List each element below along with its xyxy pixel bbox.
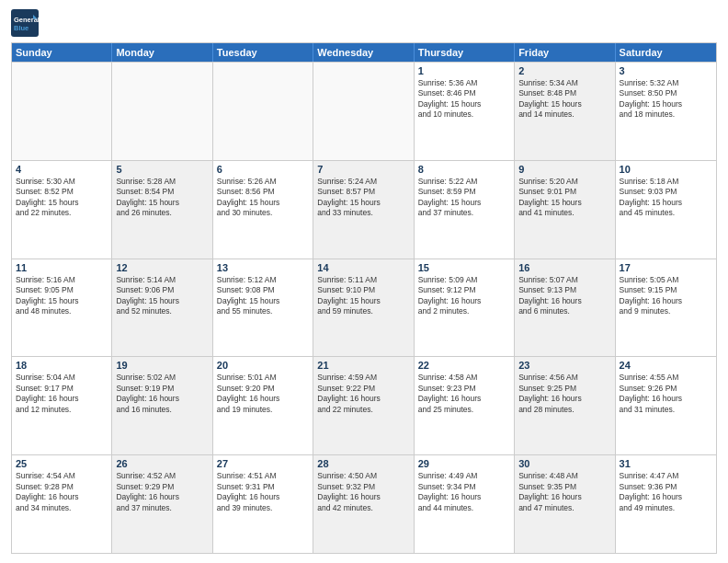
logo-icon: General Blue bbox=[11, 9, 39, 37]
day-info: Sunrise: 4:51 AM Sunset: 9:31 PM Dayligh… bbox=[217, 471, 309, 513]
day-info: Sunrise: 4:48 AM Sunset: 9:35 PM Dayligh… bbox=[518, 471, 610, 513]
day-cell: 18Sunrise: 5:04 AM Sunset: 9:17 PM Dayli… bbox=[12, 357, 112, 454]
day-cell: 21Sunrise: 4:59 AM Sunset: 9:22 PM Dayli… bbox=[313, 357, 414, 454]
day-cell bbox=[12, 63, 112, 160]
day-cell bbox=[112, 63, 212, 160]
day-number: 11 bbox=[16, 262, 108, 273]
day-cell: 5Sunrise: 5:28 AM Sunset: 8:54 PM Daylig… bbox=[112, 161, 212, 259]
day-info: Sunrise: 5:32 AM Sunset: 8:50 PM Dayligh… bbox=[620, 78, 712, 121]
day-info: Sunrise: 5:02 AM Sunset: 9:19 PM Dayligh… bbox=[116, 373, 208, 415]
day-cell: 20Sunrise: 5:01 AM Sunset: 9:20 PM Dayli… bbox=[213, 357, 313, 454]
day-number: 8 bbox=[418, 164, 510, 175]
day-info: Sunrise: 5:11 AM Sunset: 9:10 PM Dayligh… bbox=[317, 275, 409, 317]
day-cell: 28Sunrise: 4:50 AM Sunset: 9:32 PM Dayli… bbox=[313, 455, 414, 553]
day-cell: 29Sunrise: 4:49 AM Sunset: 9:34 PM Dayli… bbox=[415, 455, 515, 553]
day-cell: 2Sunrise: 5:34 AM Sunset: 8:48 PM Daylig… bbox=[515, 63, 615, 160]
day-info: Sunrise: 4:58 AM Sunset: 9:23 PM Dayligh… bbox=[418, 373, 510, 415]
day-number: 20 bbox=[217, 360, 309, 371]
day-number: 28 bbox=[317, 458, 409, 469]
week-row-3: 11Sunrise: 5:16 AM Sunset: 9:05 PM Dayli… bbox=[12, 259, 716, 357]
day-number: 2 bbox=[518, 65, 610, 76]
day-header-friday: Friday bbox=[515, 43, 615, 62]
day-info: Sunrise: 5:14 AM Sunset: 9:06 PM Dayligh… bbox=[116, 275, 208, 317]
day-cell: 12Sunrise: 5:14 AM Sunset: 9:06 PM Dayli… bbox=[112, 259, 212, 357]
day-number: 5 bbox=[116, 164, 208, 175]
day-info: Sunrise: 5:34 AM Sunset: 8:48 PM Dayligh… bbox=[518, 78, 610, 121]
day-number: 19 bbox=[116, 360, 208, 371]
day-cell: 7Sunrise: 5:24 AM Sunset: 8:57 PM Daylig… bbox=[313, 161, 414, 259]
day-info: Sunrise: 5:18 AM Sunset: 9:03 PM Dayligh… bbox=[620, 177, 712, 219]
week-row-5: 25Sunrise: 4:54 AM Sunset: 9:28 PM Dayli… bbox=[12, 454, 716, 553]
page-header: General Blue bbox=[11, 9, 717, 37]
day-cell: 27Sunrise: 4:51 AM Sunset: 9:31 PM Dayli… bbox=[213, 455, 313, 553]
day-cell: 25Sunrise: 4:54 AM Sunset: 9:28 PM Dayli… bbox=[12, 455, 112, 553]
day-number: 16 bbox=[518, 262, 610, 273]
day-number: 30 bbox=[518, 458, 610, 469]
calendar: SundayMondayTuesdayWednesdayThursdayFrid… bbox=[11, 42, 717, 554]
day-info: Sunrise: 5:30 AM Sunset: 8:52 PM Dayligh… bbox=[16, 177, 108, 219]
day-info: Sunrise: 5:22 AM Sunset: 8:59 PM Dayligh… bbox=[418, 177, 510, 219]
day-number: 23 bbox=[518, 360, 610, 371]
day-number: 6 bbox=[217, 164, 309, 175]
day-number: 13 bbox=[217, 262, 309, 273]
day-cell: 24Sunrise: 4:55 AM Sunset: 9:26 PM Dayli… bbox=[616, 357, 716, 454]
day-number: 18 bbox=[16, 360, 108, 371]
day-number: 1 bbox=[418, 65, 510, 76]
day-number: 24 bbox=[620, 360, 712, 371]
week-row-2: 4Sunrise: 5:30 AM Sunset: 8:52 PM Daylig… bbox=[12, 160, 716, 259]
day-info: Sunrise: 5:24 AM Sunset: 8:57 PM Dayligh… bbox=[317, 177, 409, 219]
day-cell: 11Sunrise: 5:16 AM Sunset: 9:05 PM Dayli… bbox=[12, 259, 112, 357]
day-header-monday: Monday bbox=[112, 43, 212, 62]
day-header-sunday: Sunday bbox=[12, 43, 112, 62]
svg-text:General: General bbox=[14, 16, 39, 24]
day-cell: 6Sunrise: 5:26 AM Sunset: 8:56 PM Daylig… bbox=[213, 161, 313, 259]
day-number: 17 bbox=[620, 262, 712, 273]
day-number: 7 bbox=[317, 164, 409, 175]
day-cell: 26Sunrise: 4:52 AM Sunset: 9:29 PM Dayli… bbox=[112, 455, 212, 553]
day-cell: 14Sunrise: 5:11 AM Sunset: 9:10 PM Dayli… bbox=[313, 259, 414, 357]
svg-text:Blue: Blue bbox=[14, 24, 28, 32]
day-header-wednesday: Wednesday bbox=[313, 43, 414, 62]
logo: General Blue bbox=[11, 9, 42, 37]
day-number: 9 bbox=[518, 164, 610, 175]
day-cell: 3Sunrise: 5:32 AM Sunset: 8:50 PM Daylig… bbox=[616, 63, 716, 160]
day-cell: 22Sunrise: 4:58 AM Sunset: 9:23 PM Dayli… bbox=[415, 357, 515, 454]
day-info: Sunrise: 4:49 AM Sunset: 9:34 PM Dayligh… bbox=[418, 471, 510, 513]
day-number: 12 bbox=[116, 262, 208, 273]
day-info: Sunrise: 5:16 AM Sunset: 9:05 PM Dayligh… bbox=[16, 275, 108, 317]
day-number: 15 bbox=[418, 262, 510, 273]
day-number: 31 bbox=[620, 458, 712, 469]
day-cell: 23Sunrise: 4:56 AM Sunset: 9:25 PM Dayli… bbox=[515, 357, 615, 454]
day-number: 26 bbox=[116, 458, 208, 469]
day-number: 21 bbox=[317, 360, 409, 371]
day-cell: 10Sunrise: 5:18 AM Sunset: 9:03 PM Dayli… bbox=[616, 161, 716, 259]
day-info: Sunrise: 5:12 AM Sunset: 9:08 PM Dayligh… bbox=[217, 275, 309, 317]
day-number: 4 bbox=[16, 164, 108, 175]
day-cell: 13Sunrise: 5:12 AM Sunset: 9:08 PM Dayli… bbox=[213, 259, 313, 357]
day-info: Sunrise: 4:50 AM Sunset: 9:32 PM Dayligh… bbox=[317, 471, 409, 513]
day-info: Sunrise: 4:54 AM Sunset: 9:28 PM Dayligh… bbox=[16, 471, 108, 513]
day-info: Sunrise: 5:20 AM Sunset: 9:01 PM Dayligh… bbox=[518, 177, 610, 219]
day-info: Sunrise: 5:09 AM Sunset: 9:12 PM Dayligh… bbox=[418, 275, 510, 317]
day-cell: 30Sunrise: 4:48 AM Sunset: 9:35 PM Dayli… bbox=[515, 455, 615, 553]
weeks: 1Sunrise: 5:36 AM Sunset: 8:46 PM Daylig… bbox=[12, 62, 716, 553]
day-number: 25 bbox=[16, 458, 108, 469]
day-info: Sunrise: 4:47 AM Sunset: 9:36 PM Dayligh… bbox=[620, 471, 712, 513]
day-header-tuesday: Tuesday bbox=[213, 43, 313, 62]
day-number: 10 bbox=[620, 164, 712, 175]
day-number: 27 bbox=[217, 458, 309, 469]
day-cell: 4Sunrise: 5:30 AM Sunset: 8:52 PM Daylig… bbox=[12, 161, 112, 259]
day-number: 3 bbox=[620, 65, 712, 76]
day-info: Sunrise: 4:59 AM Sunset: 9:22 PM Dayligh… bbox=[317, 373, 409, 415]
day-cell: 17Sunrise: 5:05 AM Sunset: 9:15 PM Dayli… bbox=[616, 259, 716, 357]
day-info: Sunrise: 5:05 AM Sunset: 9:15 PM Dayligh… bbox=[620, 275, 712, 317]
day-cell bbox=[313, 63, 414, 160]
day-number: 14 bbox=[317, 262, 409, 273]
day-info: Sunrise: 5:01 AM Sunset: 9:20 PM Dayligh… bbox=[217, 373, 309, 415]
day-info: Sunrise: 4:56 AM Sunset: 9:25 PM Dayligh… bbox=[518, 373, 610, 415]
day-info: Sunrise: 4:55 AM Sunset: 9:26 PM Dayligh… bbox=[620, 373, 712, 415]
day-cell: 1Sunrise: 5:36 AM Sunset: 8:46 PM Daylig… bbox=[415, 63, 515, 160]
day-cell: 16Sunrise: 5:07 AM Sunset: 9:13 PM Dayli… bbox=[515, 259, 615, 357]
day-header-thursday: Thursday bbox=[415, 43, 515, 62]
day-cell bbox=[213, 63, 313, 160]
